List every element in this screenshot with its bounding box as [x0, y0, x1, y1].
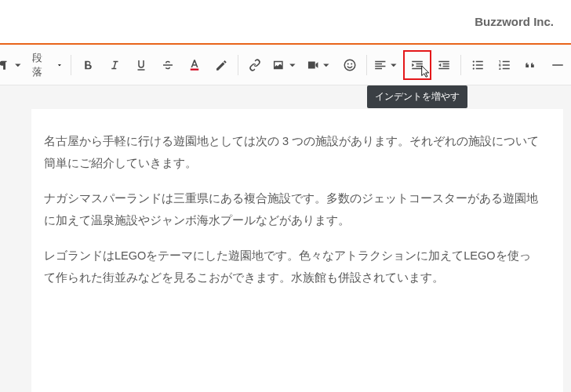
bold-button[interactable]: [75, 51, 101, 79]
chevron-down-icon: [387, 58, 401, 72]
editor-toolbar: 段落 インデントを増やす: [0, 45, 571, 85]
image-icon: [271, 58, 286, 72]
highlight-button[interactable]: [208, 51, 235, 79]
paragraph-select-label: 段落: [32, 51, 52, 79]
toolbar-separator: [366, 55, 367, 75]
italic-button[interactable]: [101, 51, 128, 79]
header: Buzzword Inc.: [0, 0, 571, 43]
editor-content[interactable]: 名古屋から手軽に行ける遊園地としては次の 3 つの施設があります。それぞれの施設…: [31, 109, 563, 392]
tooltip: インデントを増やす: [367, 85, 467, 108]
italic-icon: [107, 58, 122, 72]
image-button[interactable]: [268, 51, 302, 79]
align-button[interactable]: [370, 51, 404, 79]
indent-increase-button[interactable]: インデントを増やす: [404, 51, 431, 79]
emoji-button[interactable]: [336, 51, 363, 79]
paragraph: レゴランドはLEGOをテーマにした遊園地です。色々なアトラクションに加えてLEG…: [44, 245, 541, 289]
indent-decrease-icon: [437, 58, 451, 72]
chevron-down-icon: [11, 58, 25, 72]
video-icon: [306, 58, 320, 72]
paragraph-select[interactable]: 段落: [27, 51, 67, 79]
chevron-down-icon: [319, 58, 333, 72]
svg-point-6: [473, 67, 475, 69]
more-icon: [551, 58, 565, 72]
text-color-button[interactable]: [181, 51, 208, 79]
indent-decrease-button[interactable]: [431, 51, 457, 79]
paragraph: ナガシマスパーランドは三重県にある複合施設です。多数のジェットコースターがある遊…: [44, 188, 541, 231]
svg-point-2: [347, 63, 349, 64]
highlight-icon: [214, 58, 228, 72]
numbered-list-icon: [497, 58, 511, 72]
pilcrow-icon: [0, 58, 11, 72]
toolbar-separator: [71, 55, 71, 75]
chevron-down-icon: [286, 58, 300, 72]
svg-rect-0: [191, 68, 199, 70]
strikethrough-button[interactable]: [155, 51, 181, 79]
text-color-icon: [187, 58, 202, 72]
indent-increase-icon: [410, 58, 424, 72]
strikethrough-icon: [161, 58, 175, 72]
paragraph-mark-button[interactable]: [0, 51, 27, 79]
bold-icon: [81, 58, 95, 72]
svg-point-5: [473, 64, 475, 65]
chevron-down-icon: [56, 61, 64, 69]
svg-point-4: [473, 60, 475, 62]
svg-point-1: [344, 60, 355, 71]
blockquote-button[interactable]: [518, 51, 544, 79]
ordered-list-button[interactable]: [491, 51, 518, 79]
content-wrap: 名古屋から手軽に行ける遊園地としては次の 3 つの施設があります。それぞれの施設…: [0, 85, 571, 392]
video-button[interactable]: [303, 51, 336, 79]
unordered-list-button[interactable]: [464, 51, 491, 79]
toolbar-separator: [460, 55, 461, 75]
toolbar-separator: [238, 55, 238, 75]
bullet-list-icon: [471, 58, 485, 72]
svg-point-3: [351, 63, 352, 64]
quote-icon: [524, 58, 538, 72]
paragraph: 名古屋から手軽に行ける遊園地としては次の 3 つの施設があります。それぞれの施設…: [44, 131, 541, 174]
emoji-icon: [343, 58, 357, 72]
underline-button[interactable]: [128, 51, 155, 79]
tooltip-text: インデントを増やす: [375, 91, 460, 102]
link-icon: [248, 58, 262, 72]
underline-icon: [134, 58, 148, 72]
more-button[interactable]: [544, 51, 571, 79]
brand-label: Buzzword Inc.: [475, 15, 554, 28]
align-left-icon: [373, 58, 387, 72]
link-button[interactable]: [242, 51, 268, 79]
